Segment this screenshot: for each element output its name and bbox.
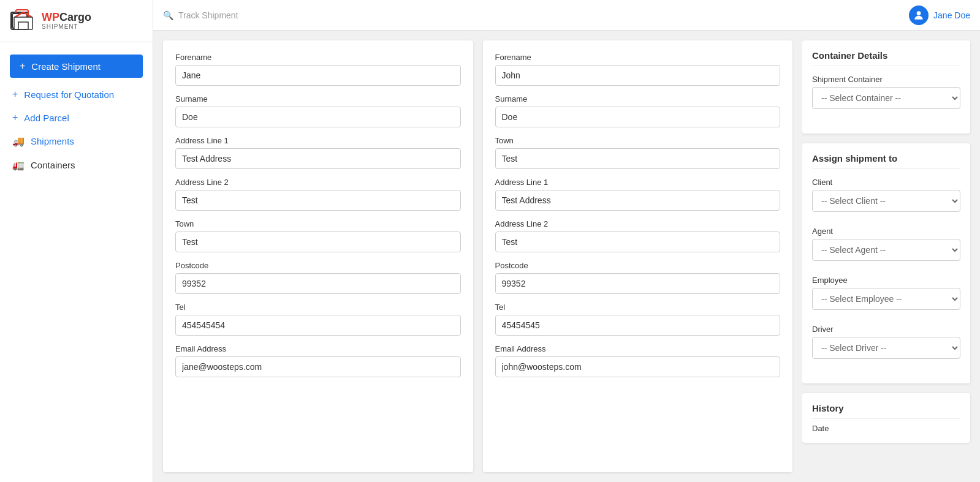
history-title: History [812, 403, 960, 419]
sender-tel-input[interactable] [175, 315, 461, 336]
receiver-surname-group: Surname [495, 94, 781, 127]
receiver-address2-label: Address Line 2 [495, 219, 781, 228]
receiver-postcode-input[interactable] [495, 273, 781, 294]
search-area: 🔍 Track Shipment [163, 10, 238, 20]
sidebar-item-parcel-label: Add Parcel [24, 113, 69, 123]
sidebar-item-create-shipment[interactable]: + Create Shipment [10, 55, 143, 78]
receiver-email-input[interactable] [495, 356, 781, 377]
assign-panel-title: Assign shipment to [812, 153, 960, 169]
driver-field: Driver -- Select Driver -- [812, 325, 960, 366]
containers-icon: 🚛 [12, 159, 25, 171]
avatar [909, 6, 929, 25]
sender-address1-label: Address Line 1 [175, 136, 461, 145]
receiver-surname-input[interactable] [495, 107, 781, 127]
history-date-label: Date [812, 424, 960, 433]
sender-address1-group: Address Line 1 [175, 136, 461, 169]
logo-text: WPCargo SHIPMENT [42, 12, 91, 31]
client-label: Client [812, 178, 960, 187]
logo-wp-text: WPCargo [42, 12, 91, 24]
receiver-town-group: Town [495, 136, 781, 169]
sender-email-label: Email Address [175, 344, 461, 353]
sidebar-item-request-quotation[interactable]: + Request for Quotation [0, 83, 153, 106]
driver-label: Driver [812, 325, 960, 334]
svg-rect-3 [14, 17, 32, 29]
sender-address2-label: Address Line 2 [175, 178, 461, 187]
shipment-container-label: Shipment Container [812, 75, 960, 84]
sender-form: Forename Surname Address Line 1 Address … [163, 40, 473, 472]
sender-address2-input[interactable] [175, 190, 461, 211]
shipments-icon: 🚚 [12, 135, 25, 147]
receiver-email-label: Email Address [495, 344, 781, 353]
user-area: Jane Doe [909, 6, 970, 25]
container-details-panel: Container Details Shipment Container -- … [802, 40, 970, 134]
search-icon: 🔍 [163, 10, 173, 20]
user-name[interactable]: Jane Doe [933, 10, 970, 20]
sidebar-item-shipments-label: Shipments [31, 136, 74, 146]
agent-select[interactable]: -- Select Agent -- [812, 239, 960, 261]
receiver-forename-input[interactable] [495, 65, 781, 86]
sender-surname-input[interactable] [175, 107, 461, 127]
sidebar-item-containers[interactable]: 🚛 Containers [0, 153, 153, 177]
sender-surname-label: Surname [175, 94, 461, 104]
receiver-tel-label: Tel [495, 303, 781, 312]
sender-tel-group: Tel [175, 303, 461, 336]
container-select[interactable]: -- Select Container -- [812, 87, 960, 109]
sender-forename-label: Forename [175, 53, 461, 62]
sidebar-item-add-parcel[interactable]: + Add Parcel [0, 106, 153, 129]
receiver-address1-group: Address Line 1 [495, 178, 781, 211]
logo-shipment-text: SHIPMENT [42, 23, 91, 30]
sidebar-item-quotation-label: Request for Quotation [24, 89, 114, 100]
history-panel: History Date [802, 393, 970, 443]
sender-town-input[interactable] [175, 232, 461, 252]
logo: WPCargo SHIPMENT [0, 0, 153, 42]
receiver-forename-label: Forename [495, 53, 781, 62]
svg-point-4 [917, 11, 921, 15]
employee-field: Employee -- Select Employee -- [812, 276, 960, 317]
sender-postcode-group: Postcode [175, 261, 461, 294]
assign-panel: Assign shipment to Client -- Select Clie… [802, 143, 970, 383]
receiver-forename-group: Forename [495, 53, 781, 86]
forms-area: Forename Surname Address Line 1 Address … [153, 31, 802, 482]
receiver-address1-label: Address Line 1 [495, 178, 781, 187]
receiver-form: Forename Surname Town Address Line 1 Add… [483, 40, 793, 472]
sender-forename-input[interactable] [175, 65, 461, 86]
client-field: Client -- Select Client -- [812, 178, 960, 219]
shipment-container-field: Shipment Container -- Select Container -… [812, 75, 960, 116]
receiver-town-input[interactable] [495, 148, 781, 169]
receiver-tel-input[interactable] [495, 315, 781, 336]
sender-address1-input[interactable] [175, 148, 461, 169]
sender-postcode-input[interactable] [175, 273, 461, 294]
sidebar-navigation: + Create Shipment + Request for Quotatio… [0, 42, 153, 184]
receiver-postcode-group: Postcode [495, 261, 781, 294]
sender-tel-label: Tel [175, 303, 461, 312]
sender-email-group: Email Address [175, 344, 461, 377]
sender-email-input[interactable] [175, 356, 461, 377]
receiver-address1-input[interactable] [495, 190, 781, 211]
right-panel: Container Details Shipment Container -- … [802, 31, 980, 482]
annotation-arrow [802, 245, 806, 266]
receiver-address2-input[interactable] [495, 232, 781, 252]
sender-surname-group: Surname [175, 94, 461, 127]
sender-town-label: Town [175, 219, 461, 228]
driver-select[interactable]: -- Select Driver -- [812, 337, 960, 359]
topbar: 🔍 Track Shipment Jane Doe [153, 0, 980, 31]
sender-forename-group: Forename [175, 53, 461, 86]
sidebar-item-create-shipment-label: Create Shipment [31, 61, 101, 72]
sender-postcode-label: Postcode [175, 261, 461, 270]
receiver-postcode-label: Postcode [495, 261, 781, 270]
agent-field: Agent -- Select Agent -- [812, 227, 960, 268]
employee-select[interactable]: -- Select Employee -- [812, 288, 960, 310]
receiver-address2-group: Address Line 2 [495, 219, 781, 252]
search-placeholder[interactable]: Track Shipment [178, 10, 238, 20]
client-select[interactable]: -- Select Client -- [812, 190, 960, 212]
sidebar-item-shipments[interactable]: 🚚 Shipments [0, 129, 153, 153]
sidebar: WPCargo SHIPMENT + Create Shipment + Req… [0, 0, 153, 482]
plus-icon: + [20, 61, 25, 72]
agent-label: Agent [812, 227, 960, 236]
container-panel-title: Container Details [812, 50, 960, 66]
sender-address2-group: Address Line 2 [175, 178, 461, 211]
receiver-tel-group: Tel [495, 303, 781, 336]
sender-town-group: Town [175, 219, 461, 252]
receiver-surname-label: Surname [495, 94, 781, 104]
receiver-email-group: Email Address [495, 344, 781, 377]
